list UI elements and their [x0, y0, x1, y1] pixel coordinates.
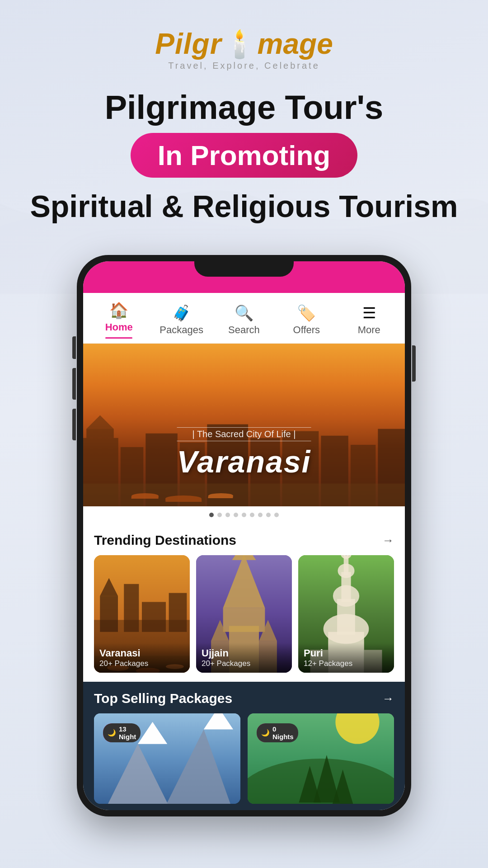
bottom-nav[interactable]: 🏠 Home 🧳 Packages 🔍 Search 🏷️ Off [83, 293, 405, 344]
banner-sacred-text: | The Sacred City Of Life | [177, 427, 311, 441]
varanasi-name: Varanasi [99, 647, 184, 659]
phone-mute-button [72, 336, 76, 359]
logo-container: Pilgr 🕯️ mage Travel, Explore, Celebrate [155, 27, 333, 71]
trending-title: Trending Destinations [94, 533, 236, 548]
hero-subtitle: Spiritual & Religious Tourism [27, 189, 461, 223]
svg-rect-45 [346, 555, 347, 556]
ujjain-overlay: Ujjain 20+ Packages [196, 643, 292, 673]
phone-notch [194, 261, 294, 277]
destinations-grid: Varanasi 20+ Packages [94, 555, 394, 673]
hero-section: Pilgrimage Tour's In Promoting Spiritual… [0, 80, 488, 228]
dot-3[interactable] [225, 513, 230, 517]
banner-city-text: | The Sacred City Of Life | Varanasi [177, 427, 311, 479]
dest-card-ujjain[interactable]: Ujjain 20+ Packages [196, 555, 292, 673]
logo-flame-icon: 🕯️ [223, 28, 257, 60]
hero-badge: In Promoting [131, 133, 357, 178]
hero-title-line1: Pilgrimage Tour's [27, 89, 461, 126]
trending-section-header: Trending Destinations → [94, 533, 394, 548]
trending-destinations-section: Trending Destinations → [83, 524, 405, 682]
nav-item-packages[interactable]: 🧳 Packages [159, 304, 204, 336]
header: Pilgr 🕯️ mage Travel, Explore, Celebrate [0, 0, 488, 80]
dest-card-varanasi[interactable]: Varanasi 20+ Packages [94, 555, 190, 673]
nav-home-label: Home [105, 321, 133, 333]
top-selling-arrow-icon[interactable]: → [382, 692, 394, 706]
dest-card-puri[interactable]: Puri 12+ Packages [298, 555, 394, 673]
pkg-2-night-badge: 🌙 0 Nights [257, 723, 298, 742]
nav-item-offers[interactable]: 🏷️ Offers [284, 304, 329, 336]
svg-marker-28 [232, 555, 256, 560]
svg-rect-26 [223, 608, 265, 632]
logo-tagline: Travel, Explore, Celebrate [168, 61, 320, 71]
offers-icon: 🏷️ [297, 304, 316, 322]
puri-packages: 12+ Packages [304, 659, 389, 668]
dot-2[interactable] [217, 513, 222, 517]
ujjain-name: Ujjain [202, 647, 286, 659]
phone-frame: 🏠 Home 🧳 Packages 🔍 Search 🏷️ Off [77, 255, 411, 816]
pkg-card-2[interactable]: ☀️ 1 Day 🌙 0 Nights [248, 713, 394, 804]
svg-rect-1 [86, 429, 113, 438]
dot-9[interactable] [274, 513, 279, 517]
pkg-card-1[interactable]: ☀️ 14 Day 🌙 13 Night [94, 713, 240, 804]
page-background: Pilgr 🕯️ mage Travel, Explore, Celebrate… [0, 0, 488, 868]
logo-wordmark: Pilgr 🕯️ mage [155, 27, 333, 61]
dot-4[interactable] [234, 513, 238, 517]
nav-offers-label: Offers [293, 324, 320, 336]
moon-icon: 🌙 [108, 729, 116, 737]
search-icon: 🔍 [235, 304, 253, 322]
packages-row: ☀️ 14 Day 🌙 13 Night [94, 713, 394, 804]
varanasi-packages: 20+ Packages [99, 659, 184, 668]
moon-icon-2: 🌙 [261, 729, 270, 737]
more-icon: ☰ [362, 304, 376, 322]
logo-text-pilgr: Pilgr [155, 27, 221, 61]
boat-1 [131, 493, 159, 499]
dot-6[interactable] [250, 513, 254, 517]
banner-city-name: Varanasi [177, 444, 311, 479]
dot-8[interactable] [266, 513, 271, 517]
banner-boats [131, 493, 233, 502]
phone-screen: 🏠 Home 🧳 Packages 🔍 Search 🏷️ Off [83, 261, 405, 810]
puri-overlay: Puri 12+ Packages [298, 643, 394, 673]
home-icon: 🏠 [109, 301, 128, 319]
phone-power-button [412, 345, 416, 382]
nav-active-indicator [105, 337, 132, 339]
trending-arrow-icon[interactable]: → [382, 533, 394, 547]
nav-packages-label: Packages [160, 324, 203, 336]
top-selling-title: Top Selling Packages [94, 691, 232, 706]
nav-item-search[interactable]: 🔍 Search [221, 304, 267, 336]
pkg-1-night-badge: 🌙 13 Night [103, 723, 141, 742]
svg-rect-18 [142, 602, 166, 632]
ujjain-packages: 20+ Packages [202, 659, 286, 668]
pkg-2-night-text: 0 Nights [272, 725, 294, 741]
phone-mockup-wrapper: 🏠 Home 🧳 Packages 🔍 Search 🏷️ Off [0, 255, 488, 816]
svg-rect-17 [124, 584, 139, 632]
dot-5[interactable] [242, 513, 246, 517]
dot-1[interactable] [209, 513, 214, 517]
boat-2 [165, 495, 202, 502]
svg-rect-15 [100, 596, 118, 632]
svg-marker-2 [86, 415, 113, 429]
banner-background: | The Sacred City Of Life | Varanasi [83, 344, 405, 506]
top-selling-header: Top Selling Packages → [94, 691, 394, 706]
puri-name: Puri [304, 647, 389, 659]
top-selling-section: Top Selling Packages → [83, 682, 405, 810]
logo-text-mage: mage [258, 27, 333, 61]
nav-search-label: Search [228, 324, 260, 336]
nav-more-label: More [358, 324, 380, 336]
carousel-dots [83, 506, 405, 524]
nav-item-home[interactable]: 🏠 Home [96, 301, 141, 339]
phone-volume-up-button [72, 368, 76, 400]
boat-3 [208, 493, 234, 498]
svg-rect-19 [169, 593, 187, 632]
hero-banner: | The Sacred City Of Life | Varanasi [83, 344, 405, 506]
pkg-1-night-text: 13 Night [119, 725, 136, 741]
phone-volume-down-button [72, 409, 76, 440]
nav-item-more[interactable]: ☰ More [347, 304, 392, 336]
varanasi-overlay: Varanasi 20+ Packages [94, 643, 190, 673]
dot-7[interactable] [258, 513, 263, 517]
packages-icon: 🧳 [172, 304, 191, 322]
